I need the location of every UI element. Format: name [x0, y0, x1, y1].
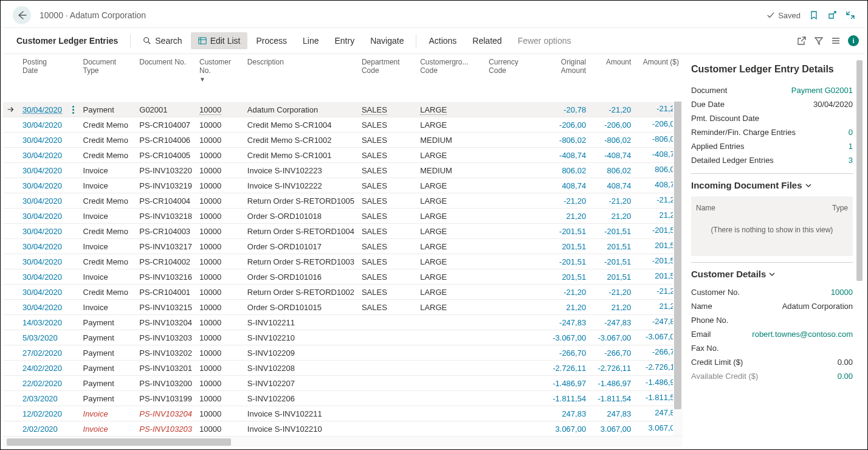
row-actions[interactable]	[67, 421, 80, 437]
cell-dept[interactable]: SALES	[358, 133, 416, 148]
cell-orig-amount[interactable]: 201,51	[535, 269, 590, 285]
cell-orig-amount[interactable]: 201,51	[535, 239, 590, 254]
table-row[interactable]: 30/04/2020Credit MemoPS-CR10400210000Ret…	[3, 254, 683, 269]
cell-amount[interactable]: -266,70	[590, 345, 635, 361]
col-doc-no[interactable]: Document No.	[136, 54, 196, 102]
cell-amount[interactable]: -3.067,00	[590, 330, 635, 345]
cell-custgroup[interactable]: LARGE	[416, 269, 485, 285]
cell-posting-date[interactable]: 30/04/2020	[19, 178, 67, 193]
row-actions[interactable]	[67, 102, 80, 117]
cell-cust-no[interactable]: 10000	[196, 193, 244, 209]
cell-dept[interactable]: SALES	[358, 178, 416, 193]
cell-custgroup[interactable]: LARGE	[416, 254, 485, 269]
help-icon[interactable]: i	[848, 35, 859, 46]
cell-posting-date[interactable]: 30/04/2020	[19, 254, 67, 269]
cell-dept[interactable]	[358, 361, 416, 376]
cell-orig-amount[interactable]: 806,02	[535, 163, 590, 178]
fewer-options-button[interactable]: Fewer options	[511, 32, 579, 49]
cell-orig-amount[interactable]: 408,74	[535, 178, 590, 193]
cell-amount[interactable]: -2.726,11	[590, 361, 635, 376]
fb-document[interactable]: DocumentPayment G02001	[691, 83, 853, 97]
cell-cust-no[interactable]: 10000	[196, 148, 244, 163]
cell-dept[interactable]: SALES	[358, 163, 416, 178]
cell-custgroup[interactable]: LARGE	[416, 239, 485, 254]
fb-applied[interactable]: Applied Entries1	[691, 139, 853, 153]
row-actions[interactable]	[67, 406, 80, 421]
table-row[interactable]: 12/02/2020InvoicePS-INV10320410000Invoic…	[3, 406, 683, 421]
table-row[interactable]: 30/04/2020InvoicePS-INV10321710000Order …	[3, 239, 683, 254]
row-actions[interactable]	[67, 361, 80, 376]
cell-cust-no[interactable]: 10000	[196, 376, 244, 391]
row-actions[interactable]	[67, 163, 80, 178]
fb-reminder[interactable]: Reminder/Fin. Charge Entries0	[691, 125, 853, 139]
cell-amount[interactable]: -408,74	[590, 148, 635, 163]
cell-cust-no[interactable]: 10000	[196, 391, 244, 406]
filter-icon[interactable]	[814, 36, 824, 46]
popout-icon[interactable]	[827, 10, 837, 20]
cell-cust-no[interactable]: 10000	[196, 102, 244, 117]
search-button[interactable]: Search	[136, 32, 189, 49]
cell-custgroup[interactable]	[416, 391, 485, 406]
cell-posting-date[interactable]: 30/04/2020	[19, 117, 67, 133]
navigate-menu[interactable]: Navigate	[363, 32, 411, 49]
incoming-docs-header[interactable]: Incoming Document Files	[691, 180, 853, 190]
row-actions[interactable]	[67, 193, 80, 209]
cell-dept[interactable]: SALES	[358, 224, 416, 239]
cell-posting-date[interactable]: 30/04/2020	[19, 193, 67, 209]
table-row[interactable]: 30/04/2020Credit MemoPS-CR10400410000Ret…	[3, 193, 683, 209]
cell-amount[interactable]: -21,20	[590, 285, 635, 300]
cell-custgroup[interactable]: LARGE	[416, 224, 485, 239]
cell-amount[interactable]: -21,20	[590, 193, 635, 209]
edit-list-button[interactable]: Edit List	[191, 32, 248, 49]
table-row[interactable]: 30/04/2020InvoicePS-INV10321510000Order …	[3, 300, 683, 315]
cell-posting-date[interactable]: 2/03/2020	[19, 391, 67, 406]
col-original-amount[interactable]: Original Amount	[535, 54, 590, 102]
cell-amount[interactable]: -1.811,54	[590, 391, 635, 406]
table-row[interactable]: 24/02/2020PaymentPS-INV10320110000S-INV1…	[3, 361, 683, 376]
cell-orig-amount[interactable]: -806,02	[535, 133, 590, 148]
cell-amount[interactable]: -201,51	[590, 224, 635, 239]
cell-dept[interactable]: SALES	[358, 285, 416, 300]
entry-menu[interactable]: Entry	[327, 32, 362, 49]
cell-orig-amount[interactable]: -1.811,54	[535, 391, 590, 406]
cell-dept[interactable]: SALES	[358, 269, 416, 285]
table-row[interactable]: 14/03/2020PaymentPS-INV10320410000S-INV1…	[3, 315, 683, 330]
cell-posting-date[interactable]: 14/03/2020	[19, 315, 67, 330]
cell-cust-no[interactable]: 10000	[196, 163, 244, 178]
table-row[interactable]: 30/04/2020Credit MemoPS-CR10400110000Ret…	[3, 285, 683, 300]
cell-orig-amount[interactable]: -21,20	[535, 285, 590, 300]
cell-orig-amount[interactable]: -20,78	[535, 102, 590, 117]
cell-posting-date[interactable]: 30/04/2020	[19, 163, 67, 178]
row-actions[interactable]	[67, 133, 80, 148]
cell-dept[interactable]: SALES	[358, 300, 416, 315]
cell-amount[interactable]: 201,51	[590, 239, 635, 254]
cell-custgroup[interactable]: LARGE	[416, 148, 485, 163]
cell-dept[interactable]	[358, 315, 416, 330]
table-row[interactable]: 5/03/2020PaymentPS-INV10320310000S-INV10…	[3, 330, 683, 345]
row-actions[interactable]	[67, 148, 80, 163]
col-amount-lcy[interactable]: Amount ($)	[635, 54, 683, 102]
line-menu[interactable]: Line	[295, 32, 326, 49]
fb-cust-no[interactable]: Customer No.10000	[691, 285, 853, 299]
table-row[interactable]: 30/04/2020Credit MemoPS-CR10400510000Cre…	[3, 148, 683, 163]
cell-custgroup[interactable]	[416, 361, 485, 376]
cell-orig-amount[interactable]: -266,70	[535, 345, 590, 361]
cell-orig-amount[interactable]: -247,83	[535, 315, 590, 330]
customer-details-header[interactable]: Customer Details	[691, 269, 853, 279]
cell-amount[interactable]: -1.486,97	[590, 376, 635, 391]
cell-posting-date[interactable]: 30/04/2020	[19, 269, 67, 285]
related-menu[interactable]: Related	[465, 32, 509, 49]
back-button[interactable]	[13, 6, 31, 24]
cell-amount[interactable]: -21,20	[590, 102, 635, 117]
table-row[interactable]: 30/04/2020Credit MemoPS-CR10400710000Cre…	[3, 117, 683, 133]
cell-orig-amount[interactable]: -3.067,00	[535, 330, 590, 345]
cell-dept[interactable]: SALES	[358, 239, 416, 254]
cell-cust-no[interactable]: 10000	[196, 361, 244, 376]
cell-dept[interactable]: SALES	[358, 193, 416, 209]
cell-amount[interactable]: -806,02	[590, 133, 635, 148]
cell-amount[interactable]: 201,51	[590, 269, 635, 285]
col-amount[interactable]: Amount	[590, 54, 635, 102]
table-row[interactable]: 2/03/2020PaymentPS-INV10319910000S-INV10…	[3, 391, 683, 406]
cell-custgroup[interactable]	[416, 406, 485, 421]
cell-cust-no[interactable]: 10000	[196, 254, 244, 269]
